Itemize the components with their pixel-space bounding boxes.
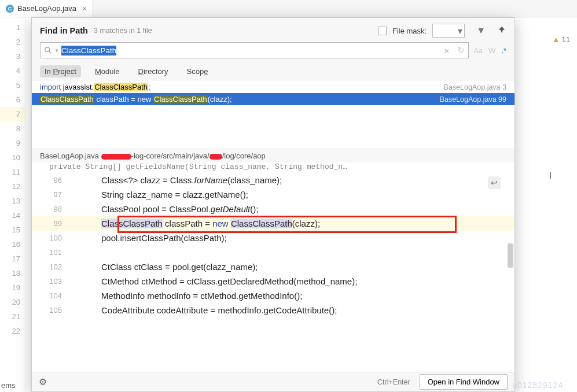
gutter-line: 3 xyxy=(0,49,25,64)
gutter-line: 9 xyxy=(0,136,25,150)
watermark: u012829124 xyxy=(512,380,563,390)
code-line[interactable]: 103 CtMethod ctMethod = ctClass.getDecla… xyxy=(32,274,514,289)
gutter-line: 22 xyxy=(0,324,25,338)
code-line[interactable]: 97 String clazz_name = clazz.getName(); xyxy=(32,187,514,202)
warning-count: 11 xyxy=(562,35,570,44)
preview-path: BaseLogAop.java -log-core/src/main/java/… xyxy=(32,148,514,162)
gutter-line: 7 xyxy=(0,107,25,121)
warning-icon: ▲ xyxy=(552,35,560,44)
editor-tab-bar: C BaseLogAop.java × xyxy=(0,0,577,17)
code-line[interactable]: 96 Class<?> clazz = Class.forName(class_… xyxy=(32,173,514,187)
search-query-text: ClassClassPath xyxy=(61,46,116,56)
chevron-down-icon[interactable]: ▼ xyxy=(54,48,59,53)
editor-gutter: 12345678910111213141516171819202122 xyxy=(0,17,25,392)
panel-title: Find in Path xyxy=(40,26,88,35)
clear-icon[interactable]: × xyxy=(439,46,454,56)
gear-icon[interactable]: ⚙ xyxy=(39,376,47,387)
tab-label: BaseLogAop.java xyxy=(17,4,76,13)
warnings-indicator[interactable]: ▲ 11 xyxy=(552,35,570,44)
gutter-line: 12 xyxy=(0,179,25,194)
truncated-line: private String[] getFieldsName(String cl… xyxy=(49,162,514,173)
gutter-line: 14 xyxy=(0,208,25,223)
scope-tab[interactable]: Module xyxy=(90,65,124,77)
history-icon[interactable]: ↻ xyxy=(454,45,468,56)
search-input[interactable]: ▼ ClassClassPath × ↻ xyxy=(40,42,469,58)
file-mask-checkbox[interactable] xyxy=(378,27,387,35)
search-icon xyxy=(41,46,56,54)
match-case-toggle[interactable]: Aa xyxy=(473,46,483,55)
open-in-find-window-button[interactable]: Open in Find Window xyxy=(420,374,508,390)
statusbar-fragment: ems xyxy=(1,381,16,390)
code-preview[interactable]: private String[] getFieldsName(String cl… xyxy=(32,162,514,372)
regex-toggle[interactable]: .* xyxy=(501,46,506,55)
match-summary: 3 matches in 1 file xyxy=(94,27,152,35)
soft-wrap-icon[interactable]: ↩ xyxy=(488,176,501,189)
close-icon[interactable]: × xyxy=(82,4,87,13)
file-mask-combo[interactable]: ▾ xyxy=(432,24,465,38)
gutter-line: 11 xyxy=(0,165,25,179)
pin-icon[interactable] xyxy=(497,25,506,36)
gutter-line: 4 xyxy=(0,64,25,78)
shortcut-hint: Ctrl+Enter xyxy=(377,378,410,386)
scope-tab[interactable]: Directory xyxy=(134,65,173,77)
text-cursor-icon: I xyxy=(549,171,552,182)
gutter-line: 6 xyxy=(0,93,25,107)
svg-line-1 xyxy=(49,51,52,54)
editor-tab[interactable]: C BaseLogAop.java × xyxy=(0,0,93,17)
gutter-line: 21 xyxy=(0,309,25,324)
scope-tab[interactable]: In Project xyxy=(40,65,81,77)
code-line[interactable]: 105 CodeAttribute codeAttribute = method… xyxy=(32,303,514,317)
gutter-line: 5 xyxy=(0,78,25,93)
result-row[interactable]: import javassist.ClassClassPath;BaseLogA… xyxy=(32,81,514,93)
gutter-line: 2 xyxy=(0,35,25,49)
redacted-segment xyxy=(210,154,222,160)
code-line[interactable]: 100 pool.insertClassPath(classPath); xyxy=(32,231,514,245)
gutter-line: 16 xyxy=(0,237,25,252)
svg-point-0 xyxy=(45,47,50,52)
find-in-path-panel: Find in Path 3 matches in 1 file File ma… xyxy=(31,17,515,392)
words-toggle[interactable]: W xyxy=(488,46,495,55)
scope-tab[interactable]: Scope xyxy=(182,65,213,77)
results-list: import javassist.ClassClassPath;BaseLogA… xyxy=(32,81,514,105)
gutter-line: 10 xyxy=(0,150,25,165)
gutter-line: 18 xyxy=(0,266,25,280)
redacted-segment xyxy=(101,154,131,160)
code-line[interactable]: 99 ClassClassPath classPath = new ClassC… xyxy=(32,216,514,231)
file-mask-label: File mask: xyxy=(392,27,427,35)
gutter-line: 1 xyxy=(0,20,25,35)
gutter-line: 19 xyxy=(0,280,25,295)
code-line[interactable]: 104 MethodInfo methodInfo = ctMethod.get… xyxy=(32,289,514,303)
scope-tabs: In ProjectModuleDirectoryScope xyxy=(32,63,514,81)
result-row[interactable]: ClassClassPath classPath = new ClassClas… xyxy=(32,93,514,105)
gutter-line: 20 xyxy=(0,295,25,309)
scrollbar-thumb[interactable] xyxy=(508,243,513,268)
code-line[interactable]: 98 ClassPool pool = ClassPool.getDefault… xyxy=(32,202,514,216)
gutter-line: 17 xyxy=(0,252,25,266)
code-line[interactable]: 101 xyxy=(32,245,514,260)
filter-icon[interactable]: ▼ xyxy=(476,25,486,36)
code-line[interactable]: 102 CtClass ctClass = pool.get(clazz_nam… xyxy=(32,260,514,274)
gutter-line: 15 xyxy=(0,223,25,237)
class-file-icon: C xyxy=(6,5,14,13)
gutter-line: 13 xyxy=(0,194,25,208)
gutter-line: 8 xyxy=(0,121,25,136)
